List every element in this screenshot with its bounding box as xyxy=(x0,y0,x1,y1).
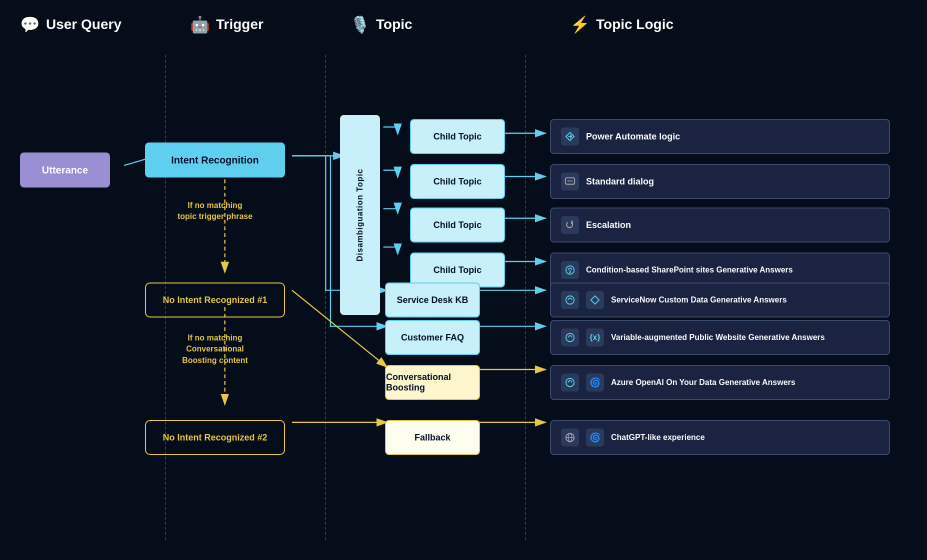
svg-point-23 xyxy=(570,180,571,182)
logic-azure-openai: 🌀 Azure OpenAI On Your Data Generative A… xyxy=(550,365,890,400)
topic-icon: 🎙️ xyxy=(350,15,370,34)
label-no-match-trigger: If no matchingtopic trigger phrase xyxy=(165,200,265,222)
escalation-icon xyxy=(561,216,579,234)
logic-standard-dialog: Standard dialog xyxy=(550,164,890,199)
child-topic-3-node: Child Topic xyxy=(410,208,505,242)
chatgpt-icon: 🌀 xyxy=(586,428,604,446)
variable-x-icon: {x} xyxy=(586,328,604,346)
trigger-icon: 🤖 xyxy=(190,15,210,34)
customer-faq-node: Customer FAQ xyxy=(385,320,480,355)
svg-marker-27 xyxy=(591,296,600,304)
no-intent-1-node: No Intent Recognized #1 xyxy=(145,282,285,318)
col-header-user-query: User Query xyxy=(46,16,122,32)
svg-point-22 xyxy=(568,180,569,182)
variable-icon xyxy=(561,328,579,346)
col-header-trigger: Trigger xyxy=(216,16,264,32)
topic-logic-icon: ⚡ xyxy=(570,15,590,34)
svg-point-28 xyxy=(566,334,574,342)
utterance-node: Utterance xyxy=(20,152,110,188)
logic-servicenow: ServiceNow Custom Data Generative Answer… xyxy=(550,282,890,318)
no-intent-2-node: No Intent Recognized #2 xyxy=(145,420,285,455)
servicenow-bolt-icon xyxy=(586,291,604,309)
fallback-node: Fallback xyxy=(385,420,480,455)
label-no-match-boosting: If no matchingConversationalBoosting con… xyxy=(162,332,268,366)
svg-point-26 xyxy=(566,296,574,304)
openai-icon: 🌀 xyxy=(586,374,604,392)
disambiguation-topic-node: Disambiguation Topic xyxy=(340,115,380,315)
azure-gen-icon xyxy=(561,374,579,392)
conv-boosting-node: Conversational Boosting xyxy=(385,365,480,400)
col-header-topic-logic: Topic Logic xyxy=(596,16,674,32)
sharepoint-icon xyxy=(561,261,579,279)
logic-variable-augmented: {x} Variable-augmented Public Website Ge… xyxy=(550,320,890,355)
svg-point-29 xyxy=(566,378,574,387)
power-automate-icon xyxy=(561,128,579,146)
child-topic-1-node: Child Topic xyxy=(410,119,505,154)
dialog-icon xyxy=(561,172,579,190)
servicenow-icon xyxy=(561,291,579,309)
svg-point-24 xyxy=(571,180,572,182)
service-desk-kb-node: Service Desk KB xyxy=(385,282,480,318)
logic-escalation: Escalation xyxy=(550,208,890,242)
intent-recognition-node: Intent Recognition xyxy=(145,142,285,178)
col-header-topic: Topic xyxy=(376,16,412,32)
user-query-icon: 💬 xyxy=(20,15,40,34)
logic-chatgpt: 🌀 ChatGPT-like experience xyxy=(550,420,890,455)
child-topic-2-node: Child Topic xyxy=(410,164,505,199)
globe-icon xyxy=(561,428,579,446)
logic-power-automate: Power Automate logic xyxy=(550,119,890,154)
